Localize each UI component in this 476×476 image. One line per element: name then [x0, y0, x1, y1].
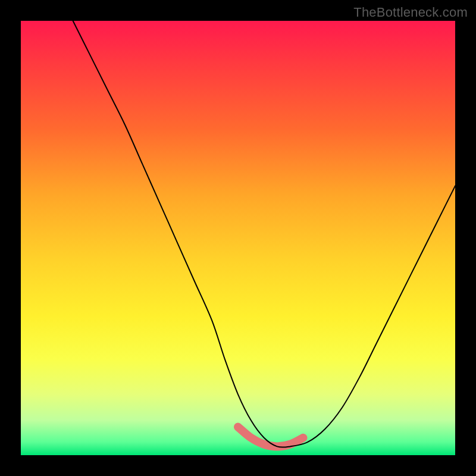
chart-svg [21, 21, 455, 455]
chart-plot-area [21, 21, 455, 455]
bottleneck-curve [73, 21, 455, 447]
chart-frame: TheBottleneck.com [0, 0, 476, 476]
watermark-text: TheBottleneck.com [353, 5, 468, 20]
